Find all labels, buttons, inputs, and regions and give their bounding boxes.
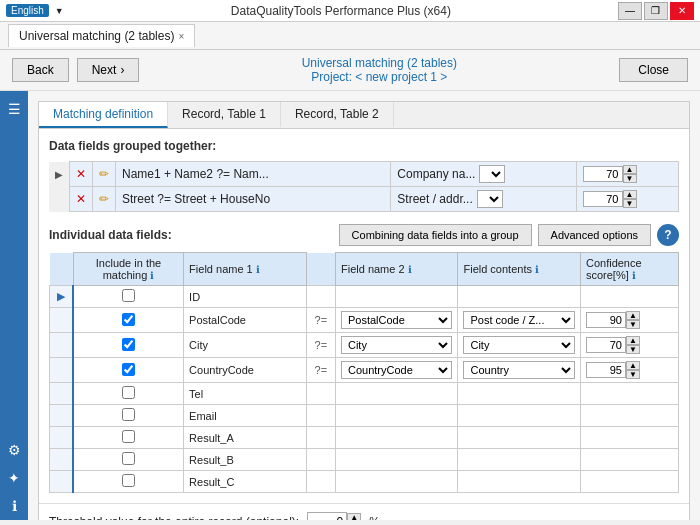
checkbox-cell bbox=[73, 427, 183, 449]
tab-matching-definition[interactable]: Matching definition bbox=[39, 102, 168, 128]
edit-group-icon-1[interactable]: ✏ bbox=[99, 167, 109, 181]
delete-group-icon-2[interactable]: ✕ bbox=[76, 192, 86, 206]
score-down-2[interactable]: ▼ bbox=[623, 199, 637, 208]
score-cell-2: ▲▼ bbox=[580, 333, 678, 358]
table-row: Result_A bbox=[50, 427, 679, 449]
threshold-input[interactable] bbox=[307, 512, 347, 520]
field-name2-cell-6 bbox=[335, 427, 457, 449]
score-down-3[interactable]: ▼ bbox=[626, 370, 640, 379]
checkbox-cell bbox=[73, 471, 183, 493]
threshold-spinner: ▲ ▼ bbox=[307, 512, 361, 520]
score-up-1[interactable]: ▲ bbox=[626, 311, 640, 320]
hamburger-icon[interactable]: ☰ bbox=[4, 99, 24, 119]
score-input-2[interactable] bbox=[586, 337, 626, 353]
field-name1-0: ID bbox=[184, 286, 306, 308]
include-checkbox-1[interactable] bbox=[122, 313, 135, 326]
group-contents-1: Company na... bbox=[391, 162, 576, 187]
include-checkbox-7[interactable] bbox=[122, 452, 135, 465]
dropdown-arrow[interactable]: ▼ bbox=[55, 6, 64, 16]
next-button[interactable]: Next › bbox=[77, 58, 140, 82]
field-contents-select-2[interactable]: City bbox=[463, 336, 574, 354]
edit-group-icon-2[interactable]: ✏ bbox=[99, 192, 109, 206]
eq-sign-8 bbox=[306, 471, 335, 493]
field-name2-cell-0 bbox=[335, 286, 457, 308]
back-label: Back bbox=[27, 63, 54, 77]
window-close-button[interactable]: ✕ bbox=[670, 2, 694, 20]
group-score-input-1[interactable] bbox=[583, 166, 623, 182]
include-checkbox-6[interactable] bbox=[122, 430, 135, 443]
include-checkbox-5[interactable] bbox=[122, 408, 135, 421]
main-content: ☰ ⚙ ✦ ℹ Matching definition Record, Tabl… bbox=[0, 91, 700, 520]
row-indicator bbox=[50, 427, 74, 449]
score-up-1[interactable]: ▲ bbox=[623, 165, 637, 174]
eq-sign-0 bbox=[306, 286, 335, 308]
combine-button[interactable]: Combining data fields into a group bbox=[339, 224, 532, 246]
info-icon[interactable]: ℹ bbox=[4, 500, 24, 520]
include-checkbox-4[interactable] bbox=[122, 386, 135, 399]
col5-info-icon[interactable]: ℹ bbox=[632, 270, 636, 281]
score-up-2[interactable]: ▲ bbox=[623, 190, 637, 199]
tab-record-table1[interactable]: Record, Table 1 bbox=[168, 102, 281, 128]
group-contents-select-2[interactable] bbox=[477, 190, 503, 208]
field-contents-select-1[interactable]: Post code / Z... bbox=[463, 311, 574, 329]
settings-icon[interactable]: ⚙ bbox=[4, 444, 24, 464]
score-up-3[interactable]: ▲ bbox=[626, 361, 640, 370]
col-include: Include in the matching ℹ bbox=[73, 253, 183, 286]
score-down-1[interactable]: ▼ bbox=[623, 174, 637, 183]
group-score-spinner-1: ▲ ▼ bbox=[623, 165, 637, 183]
close-button[interactable]: Close bbox=[619, 58, 688, 82]
col2-info-icon[interactable]: ℹ bbox=[256, 264, 260, 275]
field-contents-select-3[interactable]: Country bbox=[463, 361, 574, 379]
help-button[interactable]: ? bbox=[657, 224, 679, 246]
field-name2-select-1[interactable]: PostalCode bbox=[341, 311, 452, 329]
back-button[interactable]: Back bbox=[12, 58, 69, 82]
star-icon[interactable]: ✦ bbox=[4, 472, 24, 492]
delete-group-icon-1[interactable]: ✕ bbox=[76, 167, 86, 181]
minimize-button[interactable]: — bbox=[618, 2, 642, 20]
field-contents-cell-5 bbox=[458, 405, 580, 427]
field-name2-select-2[interactable]: City bbox=[341, 336, 452, 354]
restore-button[interactable]: ❒ bbox=[644, 2, 668, 20]
window-controls: — ❒ ✕ bbox=[618, 2, 694, 20]
field-name1-4: Tel bbox=[184, 383, 306, 405]
language-flag[interactable]: English bbox=[6, 4, 49, 17]
threshold-up[interactable]: ▲ bbox=[347, 513, 361, 520]
score-spinner-1: ▲▼ bbox=[586, 311, 673, 329]
table-row: City?=CityCity▲▼ bbox=[50, 333, 679, 358]
score-cell-1: ▲▼ bbox=[580, 308, 678, 333]
checkbox-cell bbox=[73, 358, 183, 383]
main-tab[interactable]: Universal matching (2 tables) × bbox=[8, 24, 195, 47]
score-cell-3: ▲▼ bbox=[580, 358, 678, 383]
checkbox-cell bbox=[73, 383, 183, 405]
project-name: Project: < new project 1 > bbox=[302, 70, 457, 84]
checkbox-cell bbox=[73, 308, 183, 333]
score-down-1[interactable]: ▼ bbox=[626, 320, 640, 329]
inner-tabs: Matching definition Record, Table 1 Reco… bbox=[39, 102, 689, 129]
project-info: Universal matching (2 tables) Project: <… bbox=[302, 56, 457, 84]
score-up-2[interactable]: ▲ bbox=[626, 336, 640, 345]
col4-info-icon[interactable]: ℹ bbox=[535, 264, 539, 275]
score-spinner-btns-3: ▲▼ bbox=[626, 361, 640, 379]
tab-close-icon[interactable]: × bbox=[178, 31, 184, 42]
fields-table-header: Include in the matching ℹ Field name 1 ℹ… bbox=[50, 253, 679, 286]
include-checkbox-2[interactable] bbox=[122, 338, 135, 351]
include-checkbox-3[interactable] bbox=[122, 363, 135, 376]
field-contents-cell-6 bbox=[458, 427, 580, 449]
field-name2-select-3[interactable]: CountryCode bbox=[341, 361, 452, 379]
score-down-2[interactable]: ▼ bbox=[626, 345, 640, 354]
col-score: Confidence score[%] ℹ bbox=[580, 253, 678, 286]
eq-sign-4 bbox=[306, 383, 335, 405]
tab-record-table2[interactable]: Record, Table 2 bbox=[281, 102, 394, 128]
include-checkbox-0[interactable] bbox=[122, 289, 135, 302]
advanced-button[interactable]: Advanced options bbox=[538, 224, 651, 246]
group-contents-select-1[interactable] bbox=[479, 165, 505, 183]
col3-info-icon[interactable]: ℹ bbox=[408, 264, 412, 275]
section-inner: Data fields grouped together: ▶ ✕ ✏ bbox=[39, 129, 689, 503]
group-score-input-2[interactable] bbox=[583, 191, 623, 207]
col1-info-icon[interactable]: ℹ bbox=[150, 270, 154, 281]
score-input-3[interactable] bbox=[586, 362, 626, 378]
score-input-1[interactable] bbox=[586, 312, 626, 328]
include-checkbox-8[interactable] bbox=[122, 474, 135, 487]
field-contents-cell-7 bbox=[458, 449, 580, 471]
row-expand-icon[interactable]: ▶ bbox=[55, 169, 63, 180]
